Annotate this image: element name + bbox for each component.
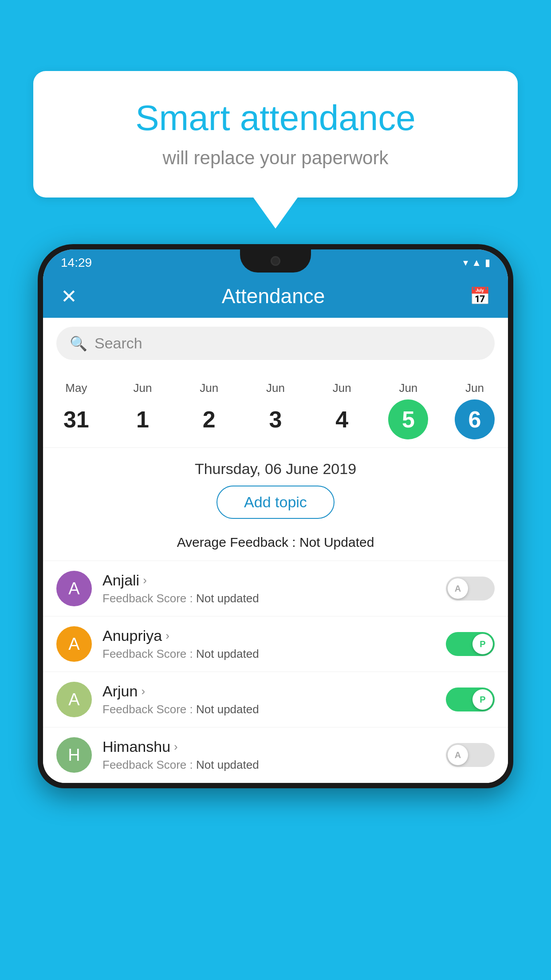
student-name-text: Anjali xyxy=(102,572,139,589)
cal-day-4[interactable]: Jun4 xyxy=(322,378,362,443)
speech-bubble-tail xyxy=(253,198,298,229)
avg-feedback-value: Not Updated xyxy=(299,535,374,549)
close-button[interactable]: ✕ xyxy=(61,285,77,308)
cal-day-5[interactable]: Jun5 xyxy=(388,378,428,443)
attendance-toggle[interactable]: A xyxy=(446,743,495,767)
search-icon: 🔍 xyxy=(70,335,87,352)
header-title: Attendance xyxy=(222,284,325,308)
search-container: 🔍 Search xyxy=(43,318,508,369)
cal-month: Jun xyxy=(266,381,285,395)
student-item[interactable]: AAnupriya›Feedback Score : Not updatedP xyxy=(43,616,508,672)
student-name: Himanshu› xyxy=(102,738,435,755)
search-input[interactable]: Search xyxy=(94,335,142,352)
speech-bubble-container: Smart attendance will replace your paper… xyxy=(33,71,518,229)
cal-day-3[interactable]: Jun3 xyxy=(256,378,295,443)
camera-dot xyxy=(271,256,280,266)
student-name: Anjali› xyxy=(102,572,435,589)
status-icons: ▾ ▲ ▮ xyxy=(463,257,490,269)
cal-date: 31 xyxy=(56,399,96,439)
student-feedback: Feedback Score : Not updated xyxy=(102,592,435,605)
phone-inner: 14:29 ▾ ▲ ▮ ✕ Attendance 📅 🔍 Search xyxy=(43,249,508,783)
student-info: Arjun›Feedback Score : Not updated xyxy=(102,683,435,716)
student-avatar: A xyxy=(56,571,92,606)
cal-month: Jun xyxy=(134,381,152,395)
attendance-toggle[interactable]: P xyxy=(446,688,495,711)
cal-day-31[interactable]: May31 xyxy=(56,378,96,443)
speech-bubble-subtitle: will replace your paperwork xyxy=(69,147,482,169)
phone-notch xyxy=(240,249,311,273)
phone-outer: 14:29 ▾ ▲ ▮ ✕ Attendance 📅 🔍 Search xyxy=(38,244,513,788)
cal-date: 3 xyxy=(256,399,295,439)
student-avatar: A xyxy=(56,682,92,717)
cal-date: 6 xyxy=(455,399,495,439)
app-header: ✕ Attendance 📅 xyxy=(43,274,508,318)
student-feedback: Feedback Score : Not updated xyxy=(102,703,435,716)
chevron-right-icon: › xyxy=(141,684,145,698)
student-name: Anupriya› xyxy=(102,627,435,644)
student-item[interactable]: AArjun›Feedback Score : Not updatedP xyxy=(43,672,508,727)
status-bar: 14:29 ▾ ▲ ▮ xyxy=(43,249,508,274)
wifi-icon: ▾ xyxy=(463,257,468,269)
cal-date: 1 xyxy=(123,399,163,439)
battery-icon: ▮ xyxy=(485,257,490,269)
add-topic-button[interactable]: Add topic xyxy=(216,486,335,519)
phone-wrapper: 14:29 ▾ ▲ ▮ ✕ Attendance 📅 🔍 Search xyxy=(38,244,513,980)
calendar-icon[interactable]: 📅 xyxy=(469,286,490,306)
chevron-right-icon: › xyxy=(165,629,169,643)
average-feedback: Average Feedback : Not Updated xyxy=(43,528,508,561)
cal-date: 2 xyxy=(189,399,229,439)
student-name-text: Himanshu xyxy=(102,738,170,755)
cal-day-1[interactable]: Jun1 xyxy=(123,378,163,443)
student-info: Anupriya›Feedback Score : Not updated xyxy=(102,627,435,661)
attendance-toggle[interactable]: P xyxy=(446,632,495,656)
student-avatar: H xyxy=(56,737,92,773)
student-list: AAnjali›Feedback Score : Not updatedAAAn… xyxy=(43,561,508,783)
attendance-toggle[interactable]: A xyxy=(446,577,495,601)
student-info: Himanshu›Feedback Score : Not updated xyxy=(102,738,435,772)
cal-date: 5 xyxy=(388,399,428,439)
cal-day-2[interactable]: Jun2 xyxy=(189,378,229,443)
signal-icon: ▲ xyxy=(472,257,481,269)
chevron-right-icon: › xyxy=(174,740,178,754)
add-topic-container: Add topic xyxy=(43,486,508,528)
speech-bubble: Smart attendance will replace your paper… xyxy=(33,71,518,198)
student-name-text: Arjun xyxy=(102,683,138,700)
cal-date: 4 xyxy=(322,399,362,439)
cal-day-6[interactable]: Jun6 xyxy=(455,378,495,443)
student-avatar: A xyxy=(56,626,92,662)
avg-feedback-label: Average Feedback : xyxy=(177,535,299,549)
cal-month: Jun xyxy=(200,381,218,395)
chevron-right-icon: › xyxy=(143,573,147,587)
student-item[interactable]: HHimanshu›Feedback Score : Not updatedA xyxy=(43,727,508,783)
speech-bubble-title: Smart attendance xyxy=(69,98,482,138)
student-feedback: Feedback Score : Not updated xyxy=(102,758,435,772)
cal-month: Jun xyxy=(465,381,484,395)
selected-date: Thursday, 06 June 2019 xyxy=(43,448,508,486)
search-bar[interactable]: 🔍 Search xyxy=(56,327,495,360)
student-name: Arjun› xyxy=(102,683,435,700)
cal-month: Jun xyxy=(333,381,351,395)
student-feedback: Feedback Score : Not updated xyxy=(102,647,435,661)
cal-month: May xyxy=(65,381,87,395)
status-time: 14:29 xyxy=(61,256,92,270)
cal-month: Jun xyxy=(399,381,417,395)
student-info: Anjali›Feedback Score : Not updated xyxy=(102,572,435,605)
student-name-text: Anupriya xyxy=(102,627,162,644)
student-item[interactable]: AAnjali›Feedback Score : Not updatedA xyxy=(43,561,508,616)
calendar-strip: May31Jun1Jun2Jun3Jun4Jun5Jun6 xyxy=(43,369,508,448)
